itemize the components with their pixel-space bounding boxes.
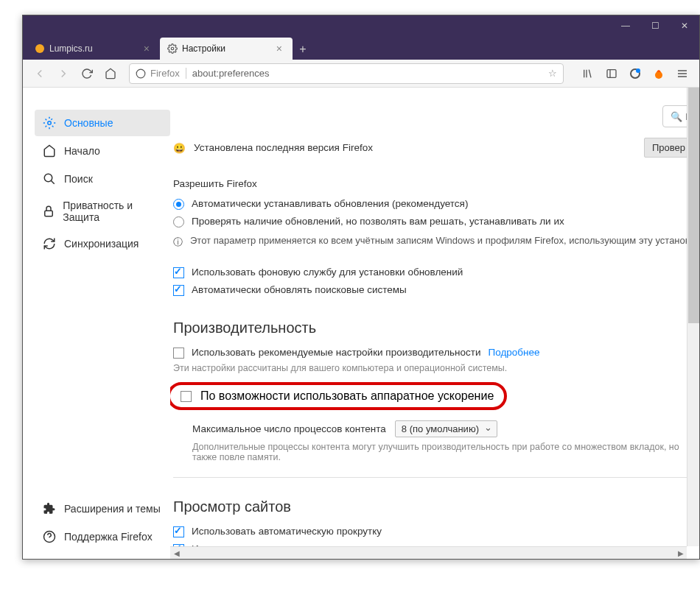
url-text: about:preferences [192,68,548,79]
smiley-icon: 😀 [173,142,188,154]
forward-button[interactable] [52,63,74,85]
checkbox-label: Использовать фоновую службу для установк… [192,267,463,278]
process-hint: Дополнительные процессы контента могут у… [192,442,699,462]
checkbox-label: Использовать автоматическую прокрутку [192,526,382,537]
checkbox-label: Использовать рекомендуемые настройки про… [192,347,480,358]
sidebar-item-label: Поиск [64,173,93,185]
svg-point-7 [48,121,52,125]
sidebar-item-home[interactable]: Начало [35,138,170,164]
sidebar-toggle-button[interactable] [601,63,623,85]
process-count-label: Максимальное число процессов контента [192,423,386,434]
info-text: Этот параметр применяется ко всем учётны… [190,235,699,246]
back-button[interactable] [29,63,51,85]
tab-settings[interactable]: Настройки × [160,38,293,60]
library-button[interactable] [577,63,599,85]
tab-close-icon[interactable]: × [273,43,285,54]
radio-label: Проверять наличие обновлений, но позволя… [192,216,564,227]
hw-accel-highlight: По возможности использовать аппаратное у… [170,382,507,410]
app-menu-button[interactable] [671,63,693,85]
puzzle-icon [42,501,57,516]
notification-icon[interactable] [624,63,646,85]
gear-icon [167,43,178,54]
vertical-scrollbar[interactable] [687,88,699,546]
tab-label: Настройки [182,43,225,54]
bookmark-star-icon[interactable]: ☆ [548,68,557,79]
update-status-text: Установлена последняя версия Firefox [194,142,373,153]
checkbox-recommended-perf[interactable] [173,348,184,359]
reload-button[interactable] [76,63,98,85]
svg-point-2 [136,69,145,78]
settings-main: 🔍 Най 😀 Установлена последняя версия Fir… [170,88,699,559]
svg-rect-3 [607,69,616,77]
sidebar-item-privacy[interactable]: Приватность и Защита [35,194,170,229]
favicon-lumpics [35,43,45,54]
sidebar-item-label: Расширения и темы [64,503,161,515]
checkbox-autoscroll[interactable] [173,526,184,537]
performance-heading: Производительность [173,320,699,336]
help-icon [42,529,57,544]
new-tab-button[interactable]: + [293,39,313,60]
window-titlebar: — ☐ ✕ [23,15,699,36]
sidebar-item-general[interactable]: Основные [35,110,170,136]
window-minimize[interactable]: — [611,15,640,36]
learn-more-link[interactable]: Подробнее [488,347,539,358]
address-bar[interactable]: Firefox about:preferences ☆ [129,63,564,84]
nav-toolbar: Firefox about:preferences ☆ [23,60,699,88]
checkbox-bg-service[interactable] [173,267,184,278]
perf-hint: Эти настройки рассчитаны для вашего комп… [173,363,699,373]
checkbox-label: Автоматически обновлять поисковые систем… [192,284,407,295]
horizontal-scrollbar[interactable]: ◀ ▶ [170,546,687,559]
settings-sidebar: Основные Начало Поиск Приватность и Защи… [23,88,170,559]
tab-lumpics[interactable]: Lumpics.ru × [27,38,160,60]
sidebar-item-label: Основные [64,117,113,129]
select-value: 8 (по умолчанию) [402,423,479,434]
allow-firefox-label: Разрешить Firefox [173,178,699,189]
window-maximize[interactable]: ☐ [640,15,670,36]
check-updates-button[interactable]: Провер [644,138,693,158]
search-icon [42,172,57,186]
sync-icon [42,236,57,251]
svg-point-0 [35,44,44,53]
sidebar-item-label: Синхронизация [64,238,139,250]
browsing-heading: Просмотр сайтов [173,498,699,515]
scroll-right-icon[interactable]: ▶ [674,549,687,557]
identity-icon [136,68,146,79]
radio-check-only[interactable] [173,216,184,228]
tab-strip: Lumpics.ru × Настройки × + [23,36,699,60]
svg-point-6 [655,71,662,79]
sidebar-item-search[interactable]: Поиск [35,166,170,192]
sidebar-item-addons[interactable]: Расширения и темы [35,495,170,522]
sidebar-item-label: Начало [64,145,100,157]
content-area: Основные Начало Поиск Приватность и Защи… [23,88,699,559]
scrollbar-thumb[interactable] [688,88,699,323]
lock-icon [42,204,55,219]
radio-label: Автоматически устанавливать обновления (… [192,198,468,209]
checkbox-hw-accel[interactable] [181,391,192,402]
extension-icon[interactable] [648,63,670,85]
identity-label: Firefox [150,68,186,79]
sidebar-item-label: Поддержка Firefox [64,531,153,543]
process-count-select[interactable]: 8 (по умолчанию) [395,420,497,437]
gear-icon [42,116,57,130]
divider [173,477,699,478]
window-close[interactable]: ✕ [670,15,699,36]
radio-auto-install[interactable] [173,199,184,210]
tab-close-icon[interactable]: × [141,43,153,54]
svg-point-5 [636,68,640,73]
home-icon [42,144,57,158]
checkbox-label: По возможности использовать аппаратное у… [200,389,494,403]
scroll-left-icon[interactable]: ◀ [170,549,183,557]
sidebar-item-sync[interactable]: Синхронизация [35,230,170,257]
svg-rect-9 [45,211,53,216]
checkbox-update-search[interactable] [173,285,184,296]
browser-window: — ☐ ✕ Lumpics.ru × Настройки × + [22,15,700,560]
svg-point-1 [171,47,174,50]
svg-point-8 [44,174,52,182]
home-button[interactable] [99,63,122,85]
search-icon: 🔍 [671,111,682,122]
sidebar-item-support[interactable]: Поддержка Firefox [35,523,170,550]
sidebar-item-label: Приватность и Защита [63,200,163,223]
info-icon: ⓘ [173,236,183,249]
tab-label: Lumpics.ru [49,43,93,54]
